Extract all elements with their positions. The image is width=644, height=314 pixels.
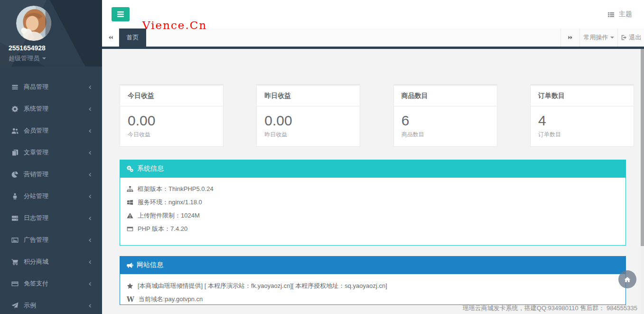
chevron-left-icon: ‹ bbox=[88, 127, 92, 135]
main-area: Vience.Cn 主题 首页 常用操作 退出 今日 bbox=[102, 0, 644, 314]
info-line-provider: [本商城由瑶瑶倾情提供] [ 本程序演示站：fk.yaoyaozj.cn][ 本… bbox=[127, 279, 619, 293]
sidebar-item-no-sign-pay[interactable]: 免签支付‹ bbox=[0, 273, 102, 295]
sidebar-item-system[interactable]: 系统管理‹ bbox=[0, 98, 102, 120]
server-icon bbox=[11, 215, 19, 222]
site-info-panel: 网站信息 [本商城由瑶瑶倾情提供] [ 本程序演示站：fk.yaoyaozj.c… bbox=[120, 256, 626, 305]
pie-chart-icon bbox=[11, 171, 19, 178]
sidebar-item-label: 日志管理 bbox=[24, 214, 48, 222]
list-icon bbox=[11, 84, 19, 91]
info-text: [本商城由瑶瑶倾情提供] [ 本程序演示站：fk.yaoyaozj.cn][ 本… bbox=[138, 282, 387, 290]
caret-down-icon bbox=[42, 57, 46, 59]
double-left-arrows-icon bbox=[107, 35, 114, 40]
window-icon bbox=[127, 226, 133, 232]
chevron-left-icon: ‹ bbox=[88, 280, 92, 288]
stat-title: 商品数目 bbox=[394, 86, 497, 106]
stat-value: 0.00 bbox=[264, 112, 352, 129]
watermark-text: Vience.Cn bbox=[142, 19, 207, 31]
sidebar-item-label: 会员管理 bbox=[24, 126, 48, 135]
logout-button[interactable]: 退出 bbox=[617, 29, 644, 47]
sidebar-item-substations[interactable]: 分站管理‹ bbox=[0, 185, 102, 207]
sidebar-item-goods[interactable]: 商品管理‹ bbox=[0, 76, 102, 98]
stat-sublabel: 订单数目 bbox=[538, 131, 626, 139]
common-actions-label: 常用操作 bbox=[584, 33, 608, 42]
sidebar-item-points-mall[interactable]: 积分商城‹ bbox=[0, 251, 102, 273]
stat-value: 6 bbox=[401, 112, 489, 129]
stat-card-orders-count: 订单数目 4 订单数目 bbox=[530, 84, 634, 147]
sidebar-item-label: 免签支付 bbox=[24, 279, 48, 288]
stat-card-goods-count: 商品数目 6 商品数目 bbox=[393, 84, 497, 147]
stat-card-yesterday-income: 昨日收益 0.00 昨日收益 bbox=[256, 84, 360, 147]
sidebar-item-label: 文章管理 bbox=[24, 148, 48, 157]
cogs-icon bbox=[126, 165, 134, 172]
profile-header: 2551654928 超级管理员 bbox=[0, 0, 102, 67]
sidebar-item-examples[interactable]: 示例‹ bbox=[0, 295, 102, 314]
info-text: 当前域名:pay.gotvpn.cn bbox=[139, 295, 203, 304]
sidebar: 2551654928 超级管理员 商品管理‹ 系统管理‹ 会员管理‹ 文章管理‹… bbox=[0, 0, 102, 314]
footer-credit: 瑶瑶云商城发卡系统，搭建QQ:934980110 售后群： 984555335 bbox=[463, 304, 637, 313]
sidebar-item-articles[interactable]: 文章管理‹ bbox=[0, 142, 102, 163]
site-info-header: 网站信息 bbox=[120, 256, 626, 274]
stat-sublabel: 商品数目 bbox=[401, 131, 489, 139]
home-icon bbox=[624, 276, 631, 283]
info-text: 服务环境：nginx/1.18.0 bbox=[138, 198, 202, 207]
common-actions-dropdown[interactable]: 常用操作 bbox=[579, 29, 617, 47]
system-info-header: 系统信息 bbox=[120, 160, 626, 178]
info-text: 框架版本：ThinkPHP5.0.24 bbox=[138, 185, 214, 193]
chevron-left-icon: ‹ bbox=[88, 302, 92, 310]
sidebar-item-members[interactable]: 会员管理‹ bbox=[0, 120, 102, 142]
sidebar-item-marketing[interactable]: 营销管理‹ bbox=[0, 163, 102, 185]
chevron-left-icon: ‹ bbox=[88, 105, 92, 113]
sidebar-item-label: 示例 bbox=[24, 301, 36, 310]
sidebar-toggle-button[interactable] bbox=[112, 7, 130, 21]
stat-title: 订单数目 bbox=[531, 86, 634, 106]
avatar bbox=[16, 6, 51, 41]
person-icon bbox=[11, 193, 19, 200]
panel-title: 网站信息 bbox=[137, 261, 163, 269]
theme-label: 主题 bbox=[619, 10, 632, 19]
files-icon bbox=[11, 149, 19, 156]
info-line-server-env: 服务环境：nginx/1.18.0 bbox=[127, 196, 619, 209]
theme-button[interactable]: 主题 bbox=[607, 10, 632, 19]
chevron-left-icon: ‹ bbox=[88, 149, 92, 157]
info-text: PHP 版本：7.4.20 bbox=[138, 225, 187, 233]
cart-icon bbox=[11, 258, 19, 266]
stat-value: 0.00 bbox=[128, 112, 215, 129]
sidebar-item-ads[interactable]: 广告管理‹ bbox=[0, 229, 102, 251]
stat-card-today-income: 今日收益 0.00 今日收益 bbox=[120, 84, 224, 147]
sidebar-item-label: 广告管理 bbox=[24, 236, 48, 244]
user-role-label: 超级管理员 bbox=[9, 54, 39, 63]
user-role-dropdown[interactable]: 超级管理员 bbox=[9, 54, 102, 63]
tab-bar: 首页 常用操作 退出 bbox=[102, 29, 644, 49]
system-info-body: 框架版本：ThinkPHP5.0.24 服务环境：nginx/1.18.0 上传… bbox=[120, 178, 626, 246]
stat-value: 4 bbox=[538, 112, 626, 129]
system-info-panel: 系统信息 框架版本：ThinkPHP5.0.24 服务环境：nginx/1.18… bbox=[120, 160, 626, 246]
double-right-arrows-icon bbox=[567, 35, 574, 40]
scrollbar-thumb[interactable] bbox=[641, 49, 644, 246]
bullhorn-icon bbox=[126, 262, 133, 269]
chevron-left-icon: ‹ bbox=[88, 236, 92, 244]
side-menu: 商品管理‹ 系统管理‹ 会员管理‹ 文章管理‹ 营销管理‹ 分站管理‹ 日志管理… bbox=[0, 76, 102, 314]
chevron-left-icon: ‹ bbox=[88, 258, 92, 266]
windows-icon bbox=[127, 199, 133, 206]
username: 2551654928 bbox=[9, 44, 102, 52]
sidebar-item-label: 系统管理 bbox=[24, 105, 48, 113]
scrollbar-track[interactable] bbox=[641, 49, 644, 314]
info-line-php-version: PHP 版本：7.4.20 bbox=[127, 222, 619, 236]
warning-icon bbox=[127, 212, 133, 219]
w-icon: W bbox=[127, 296, 134, 303]
caret-down-icon bbox=[610, 37, 614, 38]
stats-row: 今日收益 0.00 今日收益 昨日收益 0.00 昨日收益 商品数目 6 商品数… bbox=[120, 84, 634, 147]
chevron-left-icon: ‹ bbox=[88, 214, 92, 222]
sidebar-item-logs[interactable]: 日志管理‹ bbox=[0, 207, 102, 229]
sidebar-item-label: 营销管理 bbox=[24, 170, 48, 179]
stat-title: 今日收益 bbox=[120, 86, 223, 106]
tab-scroll-right-button[interactable] bbox=[560, 29, 579, 47]
sidebar-item-label: 积分商城 bbox=[24, 257, 48, 266]
tab-scroll-left-button[interactable] bbox=[102, 29, 119, 47]
chevron-left-icon: ‹ bbox=[88, 192, 92, 200]
site-info-body: [本商城由瑶瑶倾情提供] [ 本程序演示站：fk.yaoyaozj.cn][ 本… bbox=[120, 274, 626, 305]
sitemap-icon bbox=[127, 186, 133, 192]
info-text: 上传附件限制：1024M bbox=[138, 211, 200, 220]
users-icon bbox=[11, 127, 19, 134]
back-home-float-button[interactable] bbox=[618, 270, 636, 288]
